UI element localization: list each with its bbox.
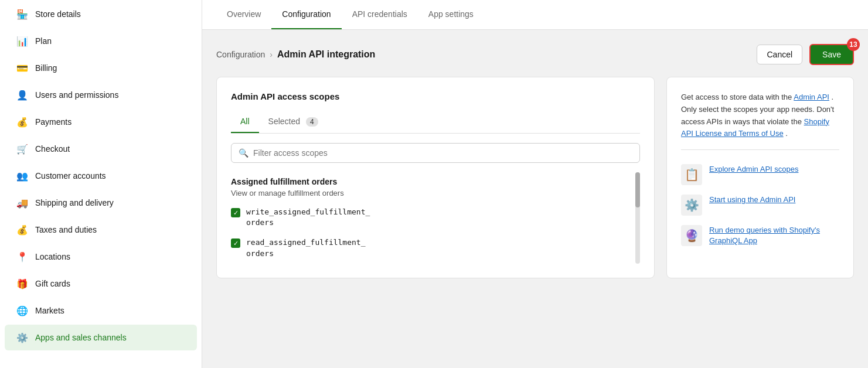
sidebar-label-checkout: Checkout <box>35 144 70 154</box>
sidebar-label-shipping-delivery: Shipping and delivery <box>35 198 114 207</box>
tab-configuration[interactable]: Configuration <box>271 0 341 29</box>
side-panel: Get access to store data with the Admin … <box>666 77 854 278</box>
sidebar-label-locations: Locations <box>35 252 70 261</box>
sidebar-icon-users-permissions: 👤 <box>16 89 28 101</box>
sidebar-icon-taxes-duties: 💰 <box>16 224 28 236</box>
sidebar-label-apps-sales-channels: Apps and sales channels <box>35 333 127 342</box>
sidebar-icon-payments: 💰 <box>16 116 28 128</box>
page-header: Configuration › Admin API integration Ca… <box>216 44 854 65</box>
sidebar-label-customer-accounts: Customer accounts <box>35 171 106 180</box>
cancel-button[interactable]: Cancel <box>757 45 802 64</box>
tab-bar: OverviewConfigurationAPI credentialsApp … <box>202 0 868 30</box>
breadcrumb-parent[interactable]: Configuration <box>216 50 265 59</box>
sidebar-icon-apps-sales-channels: ⚙️ <box>16 332 28 343</box>
sidebar: 🏪 Store details 📊 Plan 💳 Billing 👤 Users… <box>0 0 202 368</box>
save-button-wrapper: 13 Save <box>809 44 854 65</box>
tab-app-settings[interactable]: App settings <box>418 0 484 29</box>
save-badge: 13 <box>847 38 860 51</box>
sidebar-icon-shipping-delivery: 🚚 <box>16 197 28 209</box>
scope-checkbox-read-assigned[interactable] <box>231 238 240 248</box>
side-link-graphiql[interactable]: 🔮 Run demo queries with Shopify's Graphi… <box>681 220 839 251</box>
admin-api-link[interactable]: Admin API <box>794 93 829 101</box>
sidebar-icon-markets: 🌐 <box>16 305 28 316</box>
sidebar-item-payments[interactable]: 💰 Payments <box>5 109 197 135</box>
sidebar-item-plan[interactable]: 📊 Plan <box>5 28 197 54</box>
panel-title: Admin API access scopes <box>231 91 640 101</box>
main-content: OverviewConfigurationAPI credentialsApp … <box>202 0 868 368</box>
scope-label-write-assigned: write_assigned_fulfillment_ orders <box>246 207 370 228</box>
sidebar-item-gift-cards[interactable]: 🎁 Gift cards <box>5 271 197 297</box>
scopes-list: Assigned fulfillment ordersView or manag… <box>231 172 633 264</box>
scope-item-write-assigned[interactable]: write_assigned_fulfillment_ orders <box>231 202 633 233</box>
scope-tabs: AllSelected 4 <box>231 111 640 134</box>
scope-tab-all[interactable]: All <box>231 111 259 133</box>
sidebar-item-locations[interactable]: 📍 Locations <box>5 244 197 270</box>
scope-label-read-assigned: read_assigned_fulfillment_ orders <box>246 237 366 258</box>
divider <box>681 149 839 150</box>
sidebar-item-taxes-duties[interactable]: 💰 Taxes and duties <box>5 217 197 243</box>
sidebar-label-gift-cards: Gift cards <box>35 279 70 288</box>
search-icon: 🔍 <box>239 148 249 158</box>
sidebar-label-taxes-duties: Taxes and duties <box>35 225 97 234</box>
sidebar-label-markets: Markets <box>35 306 64 315</box>
sidebar-icon-store-details: 🏪 <box>16 8 28 20</box>
scrollbar-thumb[interactable] <box>635 172 640 207</box>
filter-input[interactable] <box>253 148 632 158</box>
sidebar-label-store-details: Store details <box>35 9 81 19</box>
tab-overview[interactable]: Overview <box>216 0 271 29</box>
sidebar-label-plan: Plan <box>35 36 52 46</box>
breadcrumb: Configuration › Admin API integration <box>216 49 375 60</box>
sidebar-icon-gift-cards: 🎁 <box>16 278 28 289</box>
two-col-layout: Admin API access scopes AllSelected 4 🔍 … <box>216 77 854 278</box>
side-link-icon-start-admin-api: ⚙️ <box>681 195 702 216</box>
sidebar-label-billing: Billing <box>35 63 57 73</box>
side-link-text-graphiql[interactable]: Run demo queries with Shopify's GraphiQL… <box>709 225 839 246</box>
sidebar-item-store-details[interactable]: 🏪 Store details <box>5 1 197 27</box>
side-link-icon-explore-scopes: 📋 <box>681 164 702 185</box>
side-link-text-start-admin-api[interactable]: Start using the Admin API <box>709 195 795 205</box>
sidebar-item-apps-sales-channels[interactable]: ⚙️ Apps and sales channels <box>5 325 197 350</box>
sidebar-icon-locations: 📍 <box>16 251 28 263</box>
side-link-start-admin-api[interactable]: ⚙️ Start using the Admin API <box>681 190 839 220</box>
sidebar-icon-billing: 💳 <box>16 62 28 74</box>
scrollbar-track[interactable] <box>635 172 640 264</box>
sidebar-item-customer-accounts[interactable]: 👥 Customer accounts <box>5 163 197 189</box>
sidebar-label-payments: Payments <box>35 117 72 127</box>
sidebar-icon-checkout: 🛒 <box>16 143 28 155</box>
scope-tab-selected[interactable]: Selected 4 <box>259 111 328 133</box>
side-desc-1: Get access to store data with the <box>681 93 792 101</box>
side-link-text-explore-scopes[interactable]: Explore Admin API scopes <box>709 164 798 175</box>
breadcrumb-separator: › <box>270 50 273 59</box>
header-actions: Cancel 13 Save <box>757 44 854 65</box>
main-panel: Admin API access scopes AllSelected 4 🔍 … <box>216 77 655 278</box>
side-links: 📋 Explore Admin API scopes ⚙️ Start usin… <box>681 159 839 251</box>
scope-checkbox-write-assigned[interactable] <box>231 208 240 217</box>
sidebar-item-checkout[interactable]: 🛒 Checkout <box>5 136 197 162</box>
sidebar-icon-customer-accounts: 👥 <box>16 170 28 182</box>
side-link-icon-graphiql: 🔮 <box>681 225 702 246</box>
sidebar-item-users-permissions[interactable]: 👤 Users and permissions <box>5 82 197 108</box>
sidebar-item-shipping-delivery[interactable]: 🚚 Shipping and delivery <box>5 190 197 216</box>
content-area: Configuration › Admin API integration Ca… <box>202 30 868 368</box>
sidebar-icon-plan: 📊 <box>16 35 28 47</box>
side-link-explore-scopes[interactable]: 📋 Explore Admin API scopes <box>681 159 839 190</box>
breadcrumb-current: Admin API integration <box>277 49 375 60</box>
sidebar-item-billing[interactable]: 💳 Billing <box>5 55 197 81</box>
sidebar-label-users-permissions: Users and permissions <box>35 90 118 100</box>
scope-section-desc: View or manage fulfillment orders <box>231 189 633 197</box>
scope-item-read-assigned[interactable]: read_assigned_fulfillment_ orders <box>231 233 633 263</box>
scope-section-title: Assigned fulfillment orders <box>231 172 633 189</box>
filter-input-wrapper: 🔍 <box>231 143 640 163</box>
side-panel-text: Get access to store data with the Admin … <box>681 91 839 140</box>
sidebar-item-markets[interactable]: 🌐 Markets <box>5 298 197 323</box>
side-desc-3: . <box>785 129 788 138</box>
scope-tab-badge: 4 <box>306 117 318 127</box>
tab-api-credentials[interactable]: API credentials <box>342 0 418 29</box>
